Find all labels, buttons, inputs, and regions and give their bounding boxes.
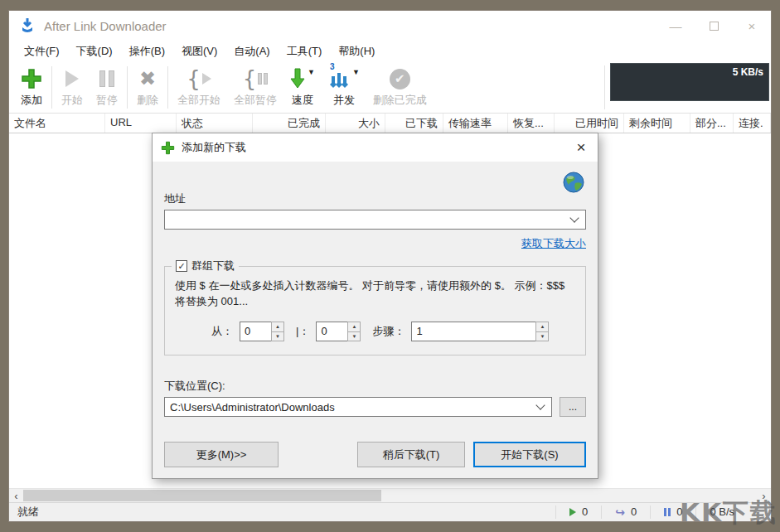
- counter-controls-row: 从： 0 ▲▼ |： 0 ▲▼ 步骤： 1 ▲▼: [165, 322, 575, 341]
- download-location-combobox[interactable]: C:\Users\Administrator\Downloads: [164, 397, 552, 417]
- scroll-left-icon[interactable]: ‹: [9, 489, 23, 503]
- start-button[interactable]: 开始: [55, 62, 90, 113]
- column-completed[interactable]: 已完成: [253, 114, 326, 133]
- group-download-label: 群组下载: [191, 259, 235, 273]
- horizontal-scrollbar: ‹ ›: [9, 488, 771, 502]
- column-transfer-rate[interactable]: 传输速率: [443, 114, 508, 133]
- from-label: 从：: [211, 324, 233, 339]
- group-download-box: ✓ 群组下载 使用 $ 在一处或多处插入计数器编号。 对于前导零，请使用额外的 …: [164, 266, 586, 355]
- spin-down-icon[interactable]: ▼: [348, 332, 360, 341]
- start-all-icon: {: [187, 65, 211, 93]
- speed-graph-panel: 5 KB/s: [610, 63, 769, 101]
- step-label: 步骤：: [372, 324, 405, 339]
- close-icon[interactable]: ×: [564, 133, 598, 162]
- active-downloads-pane: 0: [555, 505, 601, 518]
- pause-icon: [664, 508, 671, 516]
- group-download-legend: ✓ 群组下载: [172, 259, 239, 273]
- title-bar: After Link Downloader — ×: [9, 11, 771, 41]
- get-download-size-link[interactable]: 获取下载大小: [521, 236, 586, 251]
- minimize-icon[interactable]: —: [656, 11, 695, 41]
- menu-download[interactable]: 下载(D): [68, 41, 121, 61]
- window-title: After Link Downloader: [44, 19, 167, 33]
- toolbar-separator: [167, 66, 168, 109]
- from-value[interactable]: 0: [240, 322, 271, 341]
- window-controls: — ×: [656, 11, 771, 41]
- start-all-button[interactable]: { 全部开始: [171, 62, 227, 113]
- add-plus-icon: [21, 65, 42, 93]
- group-download-checkbox[interactable]: ✓: [176, 260, 187, 272]
- address-label: 地址: [164, 191, 186, 206]
- scrollbar-thumb[interactable]: [23, 490, 381, 501]
- play-icon: [65, 65, 79, 93]
- pause-button[interactable]: 暂停: [90, 62, 124, 113]
- spin-up-icon[interactable]: ▲: [348, 322, 360, 332]
- start-download-button[interactable]: 开始下载(S): [473, 442, 586, 467]
- to-label: |：: [296, 324, 309, 339]
- add-plus-icon: [161, 141, 175, 155]
- speed-down-arrow-icon: ▼: [290, 65, 315, 93]
- spin-down-icon[interactable]: ▼: [536, 332, 548, 341]
- spin-up-icon[interactable]: ▲: [536, 322, 548, 332]
- step-value[interactable]: 1: [411, 322, 535, 341]
- pause-all-icon: {: [243, 65, 269, 93]
- spin-up-icon[interactable]: ▲: [272, 322, 283, 332]
- active-count: 0: [582, 505, 588, 518]
- delete-button[interactable]: ✖ 删除: [130, 62, 165, 113]
- chevron-down-icon: ▼: [308, 68, 315, 76]
- menu-bar: 文件(F) 下载(D) 操作(B) 视图(V) 自动(A) 工具(T) 帮助(H…: [9, 41, 771, 62]
- from-spinner[interactable]: 0 ▲▼: [240, 322, 284, 341]
- menu-operation[interactable]: 操作(B): [121, 41, 173, 61]
- address-combobox[interactable]: [164, 210, 586, 230]
- toolbar-separator: [127, 66, 128, 109]
- column-size[interactable]: 大小: [326, 114, 385, 133]
- column-filename[interactable]: 文件名: [9, 114, 105, 133]
- dialog-body: 地址 获取下载大小 ✓ 群组下载 使用 $ 在一处或多处插入计数器编号。 对于前…: [153, 162, 598, 478]
- to-value[interactable]: 0: [316, 322, 347, 341]
- spin-down-icon[interactable]: ▼: [272, 332, 283, 341]
- column-connections[interactable]: 连接.: [734, 114, 771, 133]
- queued-count: 0: [631, 505, 637, 518]
- clear-completed-icon: ✔: [390, 65, 410, 93]
- concurrency-button[interactable]: 3 ▼ 并发: [322, 62, 366, 113]
- step-spinner[interactable]: 1 ▲▼: [411, 322, 549, 341]
- toolbar-separator: [51, 66, 52, 109]
- dialog-title: 添加新的下载: [182, 140, 246, 155]
- globe-icon: [563, 172, 584, 193]
- speed-graph-label: 5 KB/s: [733, 66, 763, 78]
- menu-tools[interactable]: 工具(T): [279, 41, 331, 61]
- to-spinner[interactable]: 0 ▲▼: [316, 322, 361, 341]
- column-downloaded[interactable]: 已下载: [385, 114, 443, 133]
- add-download-dialog: 添加新的下载 × 地址 获取下载大小 ✓ 群组下载 使用 $ 在一处或多处插入计…: [152, 133, 598, 479]
- browse-button[interactable]: ...: [560, 397, 586, 417]
- add-button[interactable]: 添加: [14, 62, 49, 113]
- chevron-down-icon[interactable]: [535, 400, 545, 409]
- column-parts[interactable]: 部分...: [690, 114, 734, 133]
- more-options-button[interactable]: 更多(M)>>: [164, 442, 279, 467]
- column-resume[interactable]: 恢复...: [508, 114, 555, 133]
- chevron-down-icon: ▼: [352, 68, 360, 76]
- status-bar: 就绪 0 ↪ 0 0 0 B/s: [9, 502, 771, 521]
- toolbar-separator: [604, 65, 605, 109]
- status-text: 就绪: [9, 505, 47, 520]
- column-url[interactable]: URL: [105, 114, 177, 133]
- toolbar: 添加 开始 暂停 ✖ 删除 { 全部开始 { 全部暂停 ▼: [9, 62, 771, 114]
- download-later-button[interactable]: 稍后下载(T): [357, 442, 465, 467]
- pause-all-button[interactable]: { 全部暂停: [227, 62, 283, 113]
- column-elapsed-time[interactable]: 已用时间: [555, 114, 624, 133]
- column-remaining-time[interactable]: 剩余时间: [624, 114, 690, 133]
- download-location-label: 下载位置(C):: [164, 379, 225, 394]
- download-location-value[interactable]: C:\Users\Administrator\Downloads: [170, 401, 532, 414]
- menu-auto[interactable]: 自动(A): [225, 41, 278, 61]
- menu-view[interactable]: 视图(V): [173, 41, 225, 61]
- menu-help[interactable]: 帮助(H): [330, 41, 383, 61]
- close-icon[interactable]: ×: [733, 11, 771, 41]
- chevron-down-icon[interactable]: [569, 213, 579, 222]
- checkmark-icon: ✓: [177, 262, 185, 271]
- speed-button[interactable]: ▼ 速度: [283, 62, 322, 113]
- maximize-icon[interactable]: [695, 11, 733, 41]
- pause-icon: [99, 65, 114, 93]
- clear-completed-button[interactable]: ✔ 删除已完成: [366, 62, 434, 113]
- dialog-actions: 更多(M)>> 稍后下载(T) 开始下载(S): [164, 442, 586, 467]
- menu-file[interactable]: 文件(F): [16, 41, 68, 61]
- column-status[interactable]: 状态: [177, 114, 253, 133]
